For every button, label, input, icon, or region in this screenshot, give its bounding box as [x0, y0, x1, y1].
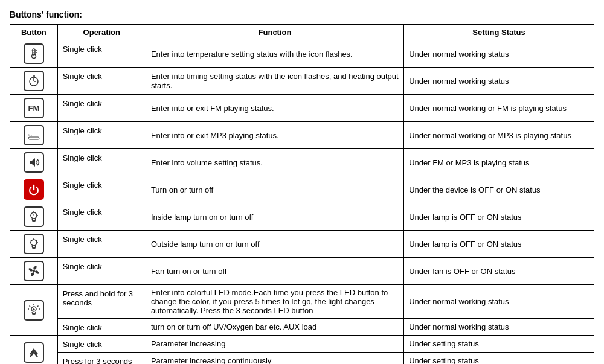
- svg-rect-10: [28, 137, 39, 139]
- operation-cell: Single click: [57, 203, 146, 231]
- table-row: Single click turn on or turn off UV/Oxyg…: [10, 319, 594, 336]
- status-cell: Under lamp is OFF or ON status: [404, 203, 594, 231]
- button-icon-cell: [10, 258, 58, 285]
- button-icon-cell: ♪♪: [10, 122, 58, 149]
- function-cell: Fan turn on or turn off: [146, 258, 403, 285]
- status-cell: Under fan is OFF or ON status: [404, 258, 594, 285]
- svg-text:✦: ✦: [31, 307, 35, 311]
- function-cell: Parameter increasing: [146, 336, 403, 353]
- button-icon-cell: [10, 231, 58, 258]
- button-icon-cell: °C: [10, 40, 58, 68]
- operation-cell: Single click: [57, 122, 146, 149]
- operation-cell: Single click: [57, 319, 146, 336]
- col-operation: Operation: [57, 25, 146, 40]
- operation-cell: Single click: [57, 258, 146, 285]
- buttons-table: Button Operation Function Setting Status…: [10, 24, 594, 364]
- status-cell: Under lamp is OFF or ON status: [404, 231, 594, 258]
- function-cell: turn on or turn off UV/Oxygen bar etc. A…: [146, 319, 403, 336]
- function-cell: Enter into or exit MP3 playing status.: [146, 122, 403, 149]
- function-cell: Outside lamp turn on or turn off: [146, 231, 403, 258]
- status-cell: Under normal working or MP3 is playing s…: [404, 122, 594, 149]
- status-cell: Under normal working or FM is playing st…: [404, 95, 594, 122]
- button-icon-cell: FM: [10, 95, 58, 122]
- svg-text:°C: °C: [31, 49, 35, 53]
- function-cell: Enter into timing setting status with th…: [146, 68, 403, 95]
- table-row: °C Single click Enter into temperature s…: [10, 40, 594, 68]
- function-cell: Enter into volume setting status.: [146, 149, 403, 176]
- operation-cell: Single click: [57, 149, 146, 176]
- function-cell: Parameter increasing continuously: [146, 353, 403, 365]
- operation-cell: Single click: [57, 40, 146, 68]
- table-row: Single click Enter into timing setting s…: [10, 68, 594, 95]
- status-cell: Under normal working status: [404, 68, 594, 95]
- svg-marker-11: [30, 158, 35, 167]
- operation-cell: Single click: [57, 231, 146, 258]
- operation-cell: Single click: [57, 176, 146, 203]
- col-button: Button: [10, 25, 58, 40]
- button-icon-cell: [10, 336, 58, 365]
- button-icon-cell: ✦: [10, 285, 58, 336]
- svg-text:*: *: [33, 214, 34, 217]
- svg-line-23: [31, 240, 32, 241]
- svg-text:♪♪: ♪♪: [28, 133, 32, 137]
- svg-line-24: [36, 240, 37, 241]
- status-cell: Under the device is OFF or ON status: [404, 176, 594, 203]
- svg-line-29: [37, 305, 39, 307]
- operation-cell: Single click: [57, 336, 146, 353]
- col-status: Setting Status: [404, 25, 594, 40]
- button-icon-cell: [10, 176, 58, 203]
- table-row: FM Single click Enter into or exit FM pl…: [10, 95, 594, 122]
- table-row: ✦ Press and hold for 3 seconds Enter int…: [10, 285, 594, 319]
- function-cell: Enter into temperature setting status wi…: [146, 40, 403, 68]
- table-row: Single click Parameter increasing Under …: [10, 336, 594, 353]
- table-row: Single click Fan turn on or turn off Und…: [10, 258, 594, 285]
- status-cell: Under FM or MP3 is playing status: [404, 149, 594, 176]
- svg-point-25: [33, 270, 35, 272]
- button-icon-cell: [10, 149, 58, 176]
- col-function: Function: [146, 25, 403, 40]
- operation-cell: Single click: [57, 68, 146, 95]
- status-cell: Under setting status: [404, 336, 594, 353]
- table-row: * Single click Inside lamp turn on or tu…: [10, 203, 594, 231]
- operation-cell: Press for 3 seconds: [57, 353, 146, 365]
- table-row: Press for 3 seconds Parameter increasing…: [10, 353, 594, 365]
- operation-cell: Single click: [57, 95, 146, 122]
- table-row: Single click Enter into volume setting s…: [10, 149, 594, 176]
- status-cell: Under normal working status: [404, 319, 594, 336]
- table-row: Single click Turn on or turn off Under t…: [10, 176, 594, 203]
- function-cell: Enter into colorful LED mode.Each time y…: [146, 285, 403, 319]
- function-cell: Inside lamp turn on or turn off: [146, 203, 403, 231]
- function-cell: Turn on or turn off: [146, 176, 403, 203]
- page-title: Buttons' function:: [10, 10, 594, 19]
- svg-line-28: [29, 305, 30, 307]
- button-icon-cell: *: [10, 203, 58, 231]
- status-cell: Under normal working status: [404, 40, 594, 68]
- table-row: ♪♪ Single click Enter into or exit MP3 p…: [10, 122, 594, 149]
- function-cell: Enter into or exit FM playing status.: [146, 95, 403, 122]
- status-cell: Under normal working status: [404, 285, 594, 319]
- button-icon-cell: [10, 68, 58, 95]
- table-row: Single click Outside lamp turn on or tur…: [10, 231, 594, 258]
- operation-cell: Press and hold for 3 seconds: [57, 285, 146, 319]
- status-cell: Under setting status: [404, 353, 594, 365]
